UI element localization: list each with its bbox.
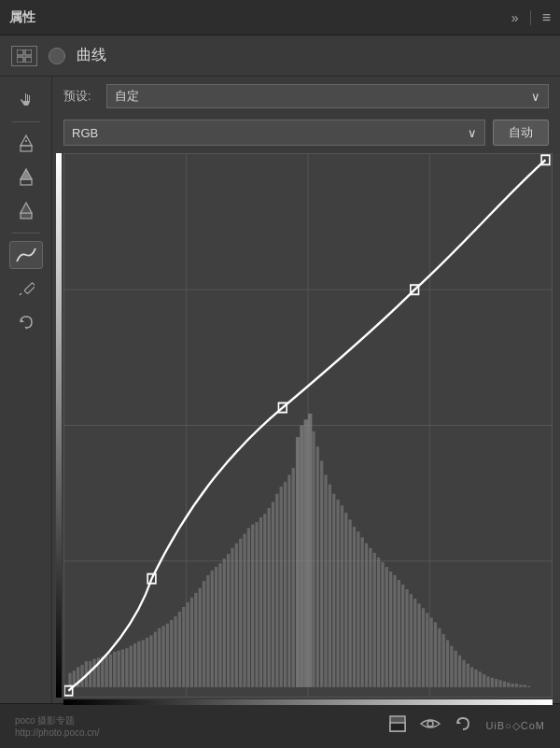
svg-rect-85: [324, 475, 327, 687]
svg-rect-27: [89, 661, 91, 687]
svg-rect-57: [211, 571, 214, 687]
svg-rect-108: [417, 603, 420, 687]
watermark-line2: http://photo.poco.cn/: [15, 727, 100, 738]
svg-rect-105: [405, 589, 408, 687]
svg-rect-103: [398, 580, 400, 687]
svg-rect-98: [377, 557, 380, 687]
svg-rect-134: [524, 684, 526, 687]
svg-rect-129: [503, 682, 506, 687]
svg-rect-121: [470, 667, 473, 686]
auto-button[interactable]: 自动: [493, 120, 549, 146]
clip-shadows-button[interactable]: [388, 714, 407, 738]
svg-rect-52: [190, 598, 193, 687]
svg-rect-75: [284, 482, 287, 687]
svg-rect-63: [235, 543, 238, 687]
svg-rect-137: [390, 723, 405, 731]
curve-area[interactable]: [63, 153, 553, 698]
svg-rect-116: [450, 646, 453, 687]
svg-rect-0: [17, 49, 23, 55]
svg-rect-93: [357, 531, 359, 687]
brand-watermark: UiB○◇CoM: [485, 720, 545, 732]
svg-rect-35: [121, 649, 124, 686]
svg-rect-11: [24, 283, 35, 294]
svg-rect-118: [458, 656, 461, 687]
svg-rect-104: [401, 585, 404, 687]
pencil-tool-button[interactable]: [9, 275, 43, 303]
svg-marker-13: [21, 318, 24, 322]
channel-dropdown[interactable]: RGB ∨: [63, 120, 485, 146]
svg-rect-48: [174, 616, 176, 687]
curve-svg: [64, 154, 552, 697]
svg-rect-31: [105, 656, 108, 687]
bottom-toolbar: poco 摄影专题 http://photo.poco.cn/ UiB○◇C: [0, 703, 560, 748]
prop-title-row: 曲线: [0, 35, 560, 77]
header-icons: » ≡: [511, 9, 551, 26]
finger-tool-button[interactable]: [9, 86, 43, 114]
svg-rect-40: [142, 640, 145, 687]
svg-rect-109: [422, 608, 425, 687]
svg-rect-34: [118, 651, 120, 687]
svg-rect-107: [413, 599, 416, 687]
svg-rect-106: [410, 594, 413, 687]
svg-rect-59: [218, 563, 221, 687]
main-content: 预设: 自定 ∨ RGB ∨ 自动: [0, 77, 560, 703]
svg-rect-49: [178, 612, 181, 687]
dropper-white-button[interactable]: [9, 130, 43, 158]
svg-rect-45: [161, 626, 164, 687]
svg-rect-82: [312, 431, 315, 687]
svg-rect-41: [146, 638, 148, 687]
svg-rect-127: [495, 679, 497, 687]
svg-rect-38: [133, 643, 136, 687]
layer-name: 曲线: [77, 46, 106, 65]
svg-rect-69: [259, 517, 262, 687]
channel-chevron: ∨: [468, 126, 477, 140]
dropper-white-icon: [18, 134, 35, 153]
svg-rect-110: [426, 613, 428, 687]
svg-rect-90: [344, 513, 347, 687]
svg-rect-114: [442, 634, 445, 687]
svg-rect-36: [125, 648, 128, 687]
finger-icon: [17, 91, 35, 109]
expand-icon[interactable]: »: [511, 10, 519, 25]
svg-rect-51: [187, 602, 189, 687]
toolbar-sep-1: [12, 121, 40, 122]
preset-label: 预设:: [63, 88, 97, 105]
reset-button[interactable]: [454, 714, 472, 738]
svg-rect-43: [154, 632, 157, 687]
svg-rect-33: [113, 652, 116, 687]
watermark-area: poco 摄影专题 http://photo.poco.cn/: [15, 714, 100, 738]
svg-rect-88: [336, 500, 339, 687]
menu-icon[interactable]: ≡: [542, 9, 551, 26]
preset-dropdown[interactable]: 自定 ∨: [106, 84, 549, 108]
reset-clipping-button[interactable]: [9, 308, 43, 336]
visibility-button[interactable]: [420, 716, 441, 736]
svg-rect-74: [280, 487, 283, 687]
dropper-gray-button[interactable]: [9, 163, 43, 191]
toolbar-sep-2: [12, 233, 40, 233]
bottom-icons-group: UiB○◇CoM: [388, 714, 545, 738]
dropper-black-button[interactable]: [9, 197, 43, 225]
svg-rect-80: [304, 419, 308, 687]
svg-rect-92: [353, 527, 356, 687]
svg-rect-112: [434, 622, 437, 686]
svg-rect-87: [332, 494, 335, 687]
svg-rect-39: [137, 642, 140, 687]
curve-smooth-button[interactable]: [9, 241, 43, 269]
svg-rect-128: [498, 680, 501, 687]
svg-rect-83: [316, 446, 319, 687]
svg-rect-22: [68, 673, 71, 687]
svg-rect-28: [92, 659, 95, 687]
svg-rect-65: [243, 534, 245, 687]
svg-rect-79: [300, 426, 303, 687]
svg-rect-81: [308, 414, 312, 687]
svg-rect-76: [287, 475, 290, 687]
preset-row: 预设: 自定 ∨: [52, 77, 560, 116]
svg-rect-68: [255, 522, 258, 687]
clip-shadows-icon: [388, 714, 407, 733]
svg-rect-66: [247, 528, 250, 687]
grid-icon-box: [11, 46, 37, 66]
svg-rect-1: [25, 49, 32, 55]
svg-rect-86: [329, 485, 331, 687]
dropper-black-icon: [18, 202, 35, 220]
svg-point-6: [25, 140, 27, 142]
